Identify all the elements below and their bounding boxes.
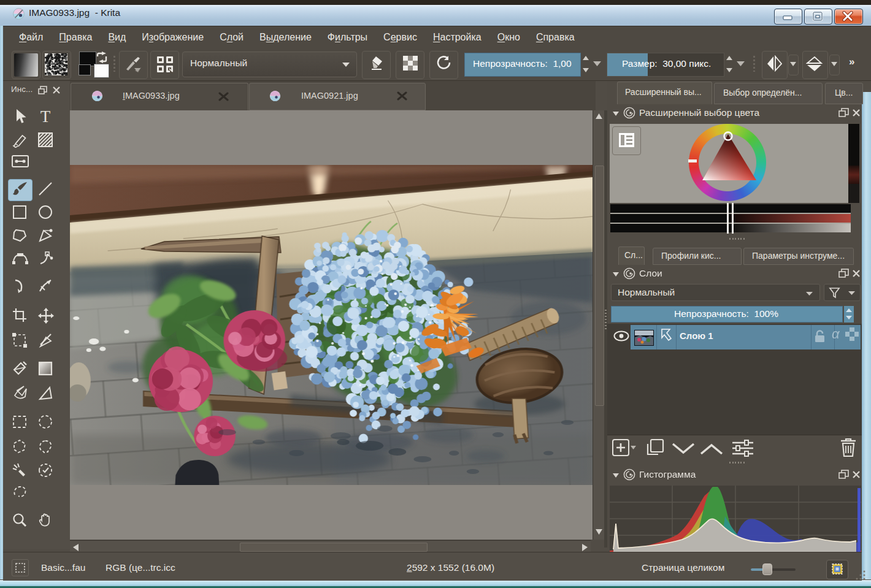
svg-text:T: T — [40, 108, 51, 125]
